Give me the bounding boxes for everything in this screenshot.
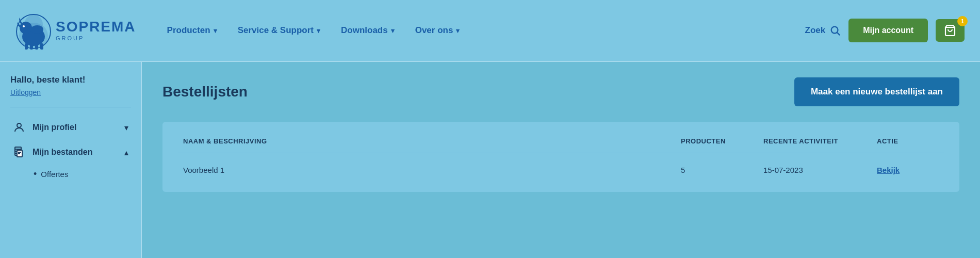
nav-item-producten[interactable]: Producten ▾ bbox=[167, 25, 217, 36]
sidebar-sub-item-offertes[interactable]: • Offertes bbox=[10, 165, 131, 184]
col-header-actie: ACTIE bbox=[877, 137, 939, 145]
chevron-down-icon: ▾ bbox=[317, 27, 320, 35]
document-icon bbox=[13, 146, 25, 158]
logo[interactable]: SOPREMA GROUP bbox=[15, 10, 136, 51]
search-label: Zoek bbox=[805, 25, 826, 36]
nav-label-overons: Over ons bbox=[415, 25, 453, 36]
svg-point-8 bbox=[23, 25, 25, 27]
cart-button[interactable]: 1 bbox=[936, 19, 965, 42]
table-row: Voorbeeld 1 5 15-07-2023 Bekijk bbox=[178, 158, 944, 182]
site-header: SOPREMA GROUP Producten ▾ Service & Supp… bbox=[0, 0, 980, 62]
chevron-down-icon: ▾ bbox=[456, 27, 460, 35]
cell-producten: 5 bbox=[681, 166, 763, 174]
page-title: Bestellijsten bbox=[162, 84, 248, 100]
sidebar-item-left: Mijn bestanden bbox=[13, 146, 92, 158]
nav-item-service[interactable]: Service & Support ▾ bbox=[238, 25, 320, 36]
chevron-up-icon: ▴ bbox=[124, 148, 128, 157]
nav-item-downloads[interactable]: Downloads ▾ bbox=[341, 25, 395, 36]
col-header-activiteit: RECENTE ACTIVITEIT bbox=[763, 137, 877, 145]
sidebar-item-label-profiel: Mijn profiel bbox=[32, 123, 76, 132]
chevron-down-icon: ▾ bbox=[214, 27, 217, 35]
chevron-down-icon: ▾ bbox=[391, 27, 395, 35]
svg-line-12 bbox=[837, 33, 840, 35]
search-icon bbox=[829, 25, 841, 36]
sidebar-item-mijn-bestanden[interactable]: Mijn bestanden ▴ bbox=[10, 140, 131, 165]
cell-naam: Voorbeeld 1 bbox=[183, 166, 681, 174]
cell-activiteit: 15-07-2023 bbox=[763, 166, 877, 174]
sidebar-sub-label-offertes: Offertes bbox=[41, 170, 68, 179]
sidebar-item-mijn-profiel[interactable]: Mijn profiel ▾ bbox=[10, 115, 131, 140]
cart-icon bbox=[944, 24, 956, 37]
main-header: Bestellijsten Maak een nieuwe bestellijs… bbox=[162, 77, 959, 106]
col-header-producten: PRODUCTEN bbox=[681, 137, 763, 145]
svg-point-11 bbox=[831, 27, 838, 34]
search-area[interactable]: Zoek bbox=[805, 25, 841, 36]
sidebar-item-label-bestanden: Mijn bestanden bbox=[32, 148, 92, 157]
sidebar-divider bbox=[10, 107, 131, 107]
logo-icon bbox=[15, 10, 52, 51]
logo-text: SOPREMA GROUP bbox=[56, 20, 136, 41]
sidebar: Hallo, beste klant! Uitloggen Mijn profi… bbox=[0, 62, 142, 258]
svg-point-14 bbox=[17, 123, 21, 127]
table-container: NAAM & BESCHRIJVING PRODUCTEN RECENTE AC… bbox=[162, 122, 959, 192]
nav-label-service: Service & Support bbox=[238, 25, 314, 36]
table-header-row: NAAM & BESCHRIJVING PRODUCTEN RECENTE AC… bbox=[178, 132, 944, 153]
nav-label-producten: Producten bbox=[167, 25, 210, 36]
col-header-naam: NAAM & BESCHRIJVING bbox=[183, 137, 681, 145]
chevron-down-icon: ▾ bbox=[124, 123, 128, 133]
account-button[interactable]: Mijn account bbox=[848, 19, 928, 42]
new-list-button[interactable]: Maak een nieuwe bestellijst aan bbox=[794, 77, 959, 106]
svg-point-9 bbox=[31, 25, 43, 34]
header-left: SOPREMA GROUP Producten ▾ Service & Supp… bbox=[15, 10, 460, 51]
greeting-text: Hallo, beste klant! bbox=[10, 75, 131, 85]
nav-label-downloads: Downloads bbox=[341, 25, 388, 36]
bullet-icon: • bbox=[34, 169, 37, 180]
logo-soprema: SOPREMA bbox=[56, 20, 136, 34]
logo-group: GROUP bbox=[56, 35, 84, 41]
nav-item-overons[interactable]: Over ons ▾ bbox=[415, 25, 460, 36]
sidebar-item-left: Mijn profiel bbox=[13, 121, 76, 134]
logout-link[interactable]: Uitloggen bbox=[10, 88, 131, 96]
main-nav: Producten ▾ Service & Support ▾ Download… bbox=[167, 25, 460, 36]
header-right: Zoek Mijn account 1 bbox=[805, 19, 965, 42]
cell-actie-link[interactable]: Bekijk bbox=[877, 166, 939, 174]
main-content: Bestellijsten Maak een nieuwe bestellijs… bbox=[142, 62, 980, 258]
content-area: Hallo, beste klant! Uitloggen Mijn profi… bbox=[0, 62, 980, 258]
cart-badge: 1 bbox=[957, 16, 968, 26]
person-icon bbox=[13, 121, 25, 134]
